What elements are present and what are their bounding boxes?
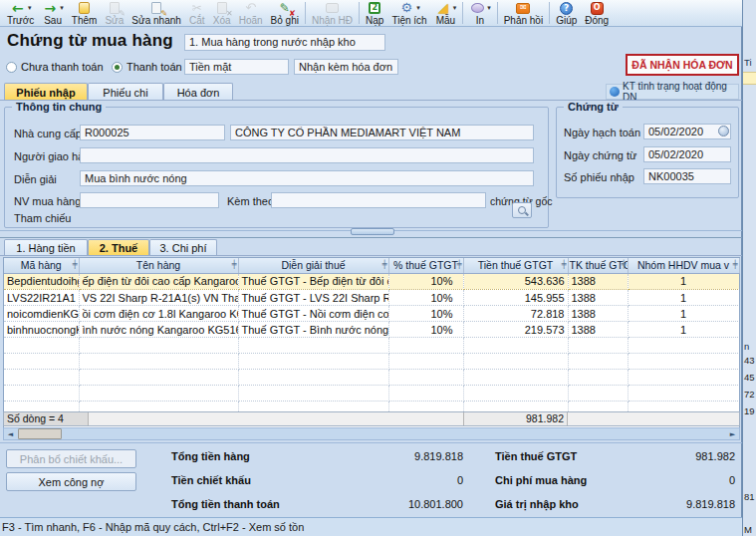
scroll-left-icon[interactable]: ◄ [4,428,17,439]
pin-icon[interactable]: ╪ [622,260,627,269]
bg-highlight-cell [743,72,756,85]
radio-not-paid[interactable]: Chưa thanh toán [6,61,104,73]
toolbar-button-unpost[interactable]: ✎✘ Bỏ ghi [267,1,303,26]
toolbar-button-help[interactable]: ? Giúp [552,1,581,26]
payment-method-field[interactable] [184,59,289,75]
toolbar-button-feedback[interactable]: ✉ Phản hồi [500,1,547,26]
column-header-nhom-hhdv[interactable]: Nhóm HHDV mua v╪ [628,258,739,273]
toolbar-separator [497,2,498,24]
screen: ←▾ Trước →▾ Sau Thêm ✎ Sửa ✎ Sửa nhanh ✂ [0,0,756,536]
globe-check-icon [610,87,620,97]
posting-date-label: Ngày hạch toán [564,127,640,138]
description-field[interactable] [80,170,534,186]
toolbar-button-next[interactable]: →▾ Sau [38,1,68,26]
toolbar-button-template[interactable]: ◢▾ Mẫu [431,1,461,26]
toolbar-separator [359,2,360,24]
unpost-pencil-icon: ✎✘ [277,1,293,15]
column-header-dien-giai-thue[interactable]: Diễn giải thuế╪ [238,258,388,273]
chevron-down-icon[interactable]: ▾ [487,4,491,12]
toolbar-button-print[interactable]: ▾ In [465,1,495,26]
groupbox-legend: Chứng từ [564,101,623,113]
received-invoice-button[interactable]: ĐÃ NHẬN HÓA ĐƠN [626,54,739,76]
table-row[interactable]: noicomdienKG15 ồi cơm điện cơ 1.8l Kanga… [4,306,739,322]
attach-field[interactable] [271,192,486,208]
table-row[interactable]: binhnuocnongKG ình nước nóng Kangaroo KG… [4,322,739,338]
chevron-down-icon[interactable]: ▾ [28,4,32,12]
tab-phieu-chi[interactable]: Phiếu chi [88,83,163,101]
tab-thue[interactable]: 2. Thuế [88,239,149,256]
empty-row [4,338,739,354]
pin-icon[interactable]: ╪ [457,260,462,269]
reload-sheet-icon: 2 [367,1,382,15]
purchase-voucher-window: ←▾ Trước →▾ Sau Thêm ✎ Sửa ✎ Sửa nhanh ✂ [0,0,742,536]
column-header-ma-hang[interactable]: Mã hàng╪ [4,258,79,273]
tab-hoa-don[interactable]: Hóa đơn [163,83,233,101]
table-row[interactable]: Bepdientudoihg4 ếp điện từ đôi cao cấp K… [4,274,739,290]
pin-icon[interactable]: ╪ [232,260,237,269]
bg-fragment: Ti [744,57,752,68]
tab-phieu-nhap[interactable]: Phiếu nhập [4,83,88,101]
description-label: Diễn giải [14,173,57,185]
summary-label: Tiền chiết khấu [171,474,251,486]
deliverer-field[interactable] [80,147,534,163]
receive-invoice-icon [324,1,340,15]
invoice-status-field[interactable] [294,59,398,75]
pin-icon[interactable]: ╪ [73,260,78,269]
allocate-discount-button: Phân bổ chiết khấu... [6,449,136,468]
bg-fragment: M [744,524,752,535]
splitter-grip[interactable] [351,228,394,235]
close-icon: O [589,1,605,15]
forward-arrow-icon: → [42,1,58,15]
chevron-down-icon[interactable]: ▾ [416,4,420,12]
scrollbar-thumb[interactable] [18,428,62,439]
toolbar-button-receive-invoice: Nhận HĐ [308,1,357,26]
summary-label: Tiền thuế GTGT [495,450,577,462]
toolbar-button-reload[interactable]: 2 Nạp [362,1,387,26]
toolbar-button-previous[interactable]: ←▾ Trước [3,1,38,26]
chevron-down-icon[interactable]: ▾ [60,4,64,12]
template-triangle-icon: ◢ [435,1,451,15]
supplier-code-field[interactable] [80,125,225,140]
column-header-tk-thue[interactable]: TK thuế GTGT╪ [568,258,628,273]
column-header-tien-thue[interactable]: Tiền thuế GTGT╪ [463,258,568,273]
supplier-label: Nhà cung cấp [14,128,82,139]
buyer-field[interactable] [80,192,219,208]
tab-chi-phi[interactable]: 3. Chi phí [149,239,217,256]
toolbar-button-cut: ✂ Cắt [185,1,209,26]
kt-status-link[interactable]: KT tình trạng hoạt động DN [606,84,739,100]
table-row[interactable]: LVS22IR21A1 VS 22I Sharp R-21A1(s) VN Th… [4,290,739,306]
chevron-down-icon[interactable]: ▾ [453,4,457,12]
pin-icon[interactable]: ╪ [733,260,738,269]
clock-icon[interactable] [718,126,729,136]
buyer-label: NV mua hàng [14,195,81,207]
edit-document-icon: ✎ [107,1,123,15]
back-arrow-icon: ← [10,1,26,15]
divider [0,237,742,238]
pin-icon[interactable]: ╪ [382,260,387,269]
summary-label: Chi phí mua hàng [495,474,587,486]
summary-value: 9.819.818 [339,450,463,462]
toolbar-button-add[interactable]: Thêm [68,1,102,26]
tax-total: 981.982 [463,412,568,425]
horizontal-scrollbar[interactable]: ◄ ► [3,427,740,440]
printer-icon [469,1,485,15]
supplier-name-field[interactable] [230,125,534,140]
toolbar-button-quick-edit[interactable]: ✎ Sửa nhanh [127,1,185,26]
view-debt-button[interactable]: Xem công nợ [6,472,136,491]
toolbar-button-close[interactable]: O Đóng [581,1,613,26]
doc-date-field[interactable] [643,146,731,162]
column-header-ten-hang[interactable]: Tên hàng╪ [79,258,238,273]
bg-fragment: 72 [744,389,755,400]
divider [0,442,742,443]
receipt-no-field[interactable] [643,168,731,184]
tab-hang-tien[interactable]: 1. Hàng tiền [4,239,88,256]
toolbar-button-edit: ✎ Sửa [101,1,127,26]
tax-table: Mã hàng╪ Tên hàng╪ Diễn giải thuế╪ % thu… [3,257,740,428]
doc-type-combobox[interactable]: 1. Mua hàng trong nước nhập kho [184,34,385,51]
reference-attach-button[interactable] [512,202,532,218]
toolbar-button-utilities[interactable]: ⚙▾ Tiện ích [387,1,430,26]
pin-icon[interactable]: ╪ [562,260,567,269]
column-header-pct-thue[interactable]: % thuế GTGT╪ [388,258,463,273]
scroll-right-icon[interactable]: ► [726,428,739,439]
table-footer: Số dòng = 4 981.982 [3,411,740,426]
